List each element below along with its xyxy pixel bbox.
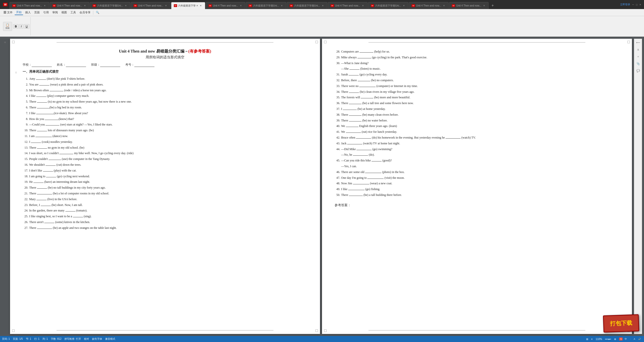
view-normal-btn[interactable]: ⊞	[586, 338, 588, 340]
underline-button[interactable]: U	[24, 24, 29, 29]
q23: 23.Before, I (be) short. Now, I am tall.	[23, 202, 307, 208]
question-list-right: 28.Computers are (help) for us. 29.Mike …	[335, 49, 619, 198]
tab-7[interactable]: W 六年级英语下学期Uni... ×	[246, 2, 286, 9]
status-section: 节: 1	[26, 337, 31, 341]
q22: 22.Mary (live) in the USA before.	[23, 196, 307, 202]
tab-11[interactable]: W Unit 4 Then and now... ×	[409, 2, 448, 9]
menu-page[interactable]: 页面	[33, 10, 41, 15]
q32: 32.Before, there (be) no computers.	[335, 77, 619, 83]
menu-references[interactable]: 引用	[42, 10, 50, 15]
q9: 9.—Could you (see) stars at night? —Yes,…	[23, 122, 307, 127]
content-area: ≡ ⠿ Unit 4 Then and now 易错题分类汇编－(有参考答案) …	[0, 37, 644, 336]
tab-10[interactable]: W 六年级英语下学期Uni... ×	[368, 2, 409, 9]
q16: 16.We shouldn't (cut) down the trees.	[23, 162, 307, 168]
answer-section-label: 参考答案：	[335, 203, 619, 207]
tab-close-5[interactable]: ×	[199, 4, 203, 8]
tab-close-10[interactable]: ×	[402, 4, 406, 8]
tab-8[interactable]: W 六年级英语下学期Uni... ×	[287, 2, 327, 9]
tab-close-8[interactable]: ×	[321, 4, 325, 8]
q50: 50.There (be) a tall building there befo…	[335, 192, 619, 198]
tab-close-1[interactable]: ×	[43, 4, 47, 8]
menu-bar: ☰ 文件 开始 插入 页面 引用 审阅 视图 工具 会员专享 🔍	[0, 9, 644, 16]
question-list-left: 1.Amy (don't) like pink T-shirts before.…	[23, 76, 307, 231]
drag-handle[interactable]: ⠿	[15, 71, 17, 74]
tab-close-9[interactable]: ×	[361, 4, 365, 8]
tab-9[interactable]: W Unit 4 Then and now... ×	[328, 2, 367, 9]
bold-button[interactable]: B	[13, 24, 19, 29]
class-field[interactable]	[100, 63, 120, 67]
right-sidebar-icon-5[interactable]: 💬	[635, 68, 641, 73]
status-right: ⊞ ≡ 110% ━━●━ ⊕ S 中 · A 🔊	[586, 337, 642, 341]
zoom-level: 110%	[596, 338, 602, 340]
new-tab-button[interactable]: +	[489, 2, 496, 9]
tab-close-3[interactable]: ×	[124, 4, 128, 8]
q36: 36.There (be) a tall tree and some flowe…	[335, 100, 619, 106]
status-total-pages: 页面: 1/5	[13, 337, 23, 341]
tab-1[interactable]: W Unit 4 Then and now... ×	[10, 2, 49, 9]
page-corner-tr-r	[627, 41, 630, 43]
q37: 37.I (be) at home yesterday.	[335, 106, 619, 112]
ribbon: 📋粘贴 B I U	[0, 16, 644, 37]
search-btn[interactable]: 🔍	[94, 10, 101, 15]
menu-view[interactable]: 视图	[60, 10, 68, 15]
q29: 29.Mike always (go cycling) in the park.…	[335, 55, 619, 60]
q30b: —She (listen) to music.	[335, 66, 619, 72]
q11: 11.I am (dance) now.	[23, 133, 307, 139]
zoom-plus[interactable]: ⊕	[614, 338, 616, 340]
tab-3[interactable]: W 六年级英语下学期Uni... ×	[90, 2, 130, 9]
tab-2[interactable]: W Unit 4 Then and now... ×	[50, 2, 89, 9]
status-compat: 兼容模式	[105, 337, 115, 341]
school-field[interactable]	[32, 63, 52, 67]
menu-insert[interactable]: 插入	[24, 10, 32, 15]
q30: 30.—What is Jane doing?	[335, 60, 619, 66]
right-sidebar-icon-4[interactable]: 📎	[635, 61, 641, 66]
section1-title: 一、用单词正确形式填空	[23, 69, 307, 74]
q38: 38.There (be) many clean rivers before.	[335, 112, 619, 118]
tab-5-active[interactable]: W 六年级英语下学 × ×	[171, 2, 205, 9]
status-missing-font[interactable]: 缺失字体	[92, 337, 102, 341]
paste-button[interactable]: 📋粘贴	[3, 22, 12, 31]
q42: 42.Bruce often (do) his homework in the …	[335, 135, 619, 141]
tab-close-2[interactable]: ×	[83, 4, 87, 8]
download-badge[interactable]: 打包下载	[603, 314, 639, 333]
view-outline-btn[interactable]: ≡	[591, 338, 593, 340]
q47: 47.One day I'm going to (visit) the moon…	[335, 175, 619, 181]
tab-close-7[interactable]: ×	[280, 4, 284, 8]
right-sidebar-icon-2[interactable]: A	[635, 47, 641, 52]
tab-6[interactable]: W Unit 4 Then and now... ×	[206, 2, 245, 9]
tab-12[interactable]: W Unit 4 Then and now... ×	[449, 2, 489, 9]
user-login[interactable]: 立即登录	[620, 3, 630, 6]
italic-button[interactable]: I	[19, 24, 23, 29]
q21: 21.There (be) a lot of computer rooms in…	[23, 191, 307, 196]
menu-tools[interactable]: 工具	[69, 10, 77, 15]
zoom-slider[interactable]: ━━●━	[605, 338, 611, 340]
tab-close-6[interactable]: ×	[239, 4, 243, 8]
q46: 46.There are some old (photo) in the box…	[335, 169, 619, 175]
right-sidebar-icon-1[interactable]: ⟵	[635, 40, 641, 45]
q26: 26.There aren't (some) knives in the kit…	[23, 219, 307, 225]
q44b: —No, he (do).	[335, 152, 619, 158]
tab-4[interactable]: W Unit 4 Then and now... ×	[131, 2, 170, 9]
doc-page-left: ⠿ Unit 4 Then and now 易错题分类汇编－(有参考答案) 用所…	[10, 39, 320, 334]
menu-home[interactable]: 开始	[15, 10, 23, 15]
tab-close-4[interactable]: ×	[164, 4, 168, 8]
sidebar-expand-icon[interactable]: ≡	[2, 40, 8, 45]
q44: 44.—Did Mike (go) swimming?	[335, 146, 619, 152]
name-field[interactable]	[66, 63, 86, 67]
menu-vip[interactable]: 会员专享	[78, 10, 92, 15]
title-bar: W W Unit 4 Then and now... × W Unit 4 Th…	[0, 0, 644, 9]
status-proofreading[interactable]: 校对	[84, 337, 89, 341]
doc-title: Unit 4 Then and now 易错题分类汇编－(有参考答案)	[23, 49, 307, 54]
q7: 7.I like (ice-skate). How about you?	[23, 110, 307, 116]
right-sidebar-icon-3[interactable]: ≡	[635, 54, 641, 59]
status-line: 行: 1	[34, 337, 39, 341]
q12: 12.I (cook) noodles yesterday.	[23, 139, 307, 145]
q31: 31.Sarah (go) cycling every day.	[335, 72, 619, 77]
menu-file[interactable]: ☰ 文件	[2, 10, 14, 15]
menu-review[interactable]: 审阅	[51, 10, 59, 15]
q1: 1.Amy (don't) like pink T-shirts before.	[23, 76, 307, 82]
tab-close-12[interactable]: ×	[482, 4, 486, 8]
exam-num-field[interactable]	[134, 63, 154, 67]
tabs-container: W Unit 4 Then and now... × W Unit 4 Then…	[10, 0, 618, 9]
tab-close-11[interactable]: ×	[442, 4, 446, 8]
